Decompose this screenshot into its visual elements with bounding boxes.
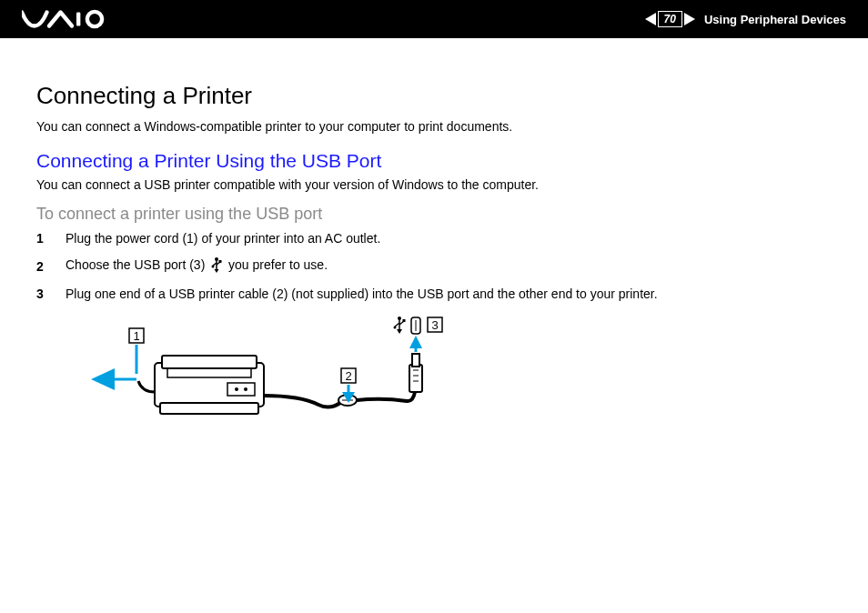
svg-marker-41: [409, 336, 422, 348]
step-item: 1 Plug the power cord (1) of your printe…: [36, 231, 832, 246]
callout-1-label: 1: [133, 329, 139, 343]
connection-diagram: 3 1: [91, 312, 832, 461]
svg-point-5: [212, 266, 215, 268]
svg-rect-7: [219, 260, 222, 263]
svg-rect-26: [160, 403, 258, 414]
step-number: 1: [36, 231, 47, 246]
page-nav: 70: [645, 11, 695, 27]
svg-rect-23: [155, 363, 264, 407]
prev-page-arrow-icon[interactable]: [645, 13, 656, 25]
section-subtitle: Connecting a Printer Using the USB Port: [36, 150, 832, 172]
page-title: Connecting a Printer: [36, 82, 832, 110]
svg-rect-33: [412, 354, 419, 367]
step-item: 3 Plug one end of a USB printer cable (2…: [36, 286, 832, 301]
svg-marker-15: [397, 329, 402, 334]
subtitle-intro: You can connect a USB printer compatible…: [36, 177, 832, 192]
vaio-logo: [22, 6, 113, 32]
printer-icon: [138, 356, 264, 414]
svg-point-29: [244, 387, 247, 391]
step-text: Plug one end of a USB printer cable (2) …: [66, 286, 658, 301]
svg-rect-14: [403, 319, 406, 322]
header-right: 70 Using Peripheral Devices: [645, 11, 846, 27]
svg-point-1: [87, 12, 102, 26]
procedure-title: To connect a printer using the USB port: [36, 205, 832, 224]
step-number: 2: [36, 259, 47, 274]
svg-marker-8: [215, 269, 219, 273]
callout-2-label: 2: [345, 369, 351, 383]
svg-rect-32: [409, 365, 422, 392]
step-text: Choose the USB port (3) you prefer to us…: [66, 256, 328, 276]
header-bar: 70 Using Peripheral Devices: [0, 0, 868, 38]
page-number: 70: [658, 11, 682, 27]
next-page-arrow-icon[interactable]: [684, 13, 695, 25]
step-text: Plug the power cord (1) of your printer …: [66, 231, 380, 246]
intro-text: You can connect a Windows-compatible pri…: [36, 119, 832, 134]
svg-rect-24: [162, 356, 257, 368]
svg-point-12: [394, 327, 397, 329]
step-item: 2 Choose the USB port (3) you prefer to …: [36, 256, 832, 276]
svg-point-28: [235, 387, 238, 391]
step-number: 3: [36, 286, 47, 301]
callout-3-label: 3: [431, 318, 438, 332]
svg-rect-0: [76, 13, 80, 26]
usb-icon: [210, 256, 223, 276]
page-content: Connecting a Printer You can connect a W…: [0, 38, 868, 479]
section-title: Using Peripheral Devices: [704, 13, 846, 26]
steps-list: 1 Plug the power cord (1) of your printe…: [36, 231, 832, 301]
svg-marker-21: [91, 368, 115, 390]
